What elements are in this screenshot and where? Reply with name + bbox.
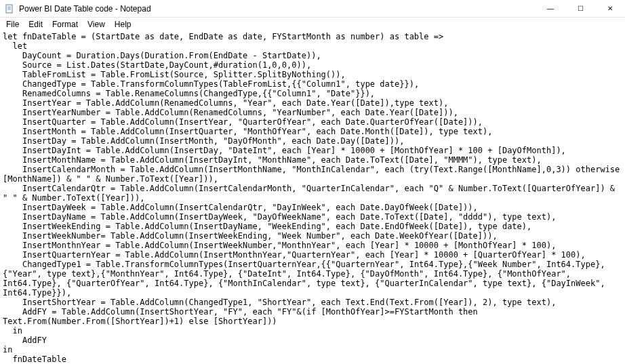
notepad-icon <box>4 3 15 14</box>
maximize-button[interactable]: ☐ <box>565 0 595 17</box>
menu-format[interactable]: Format <box>47 19 83 30</box>
titlebar: Power BI Date Table code - Notepad — ☐ ✕ <box>0 0 625 18</box>
svg-rect-0 <box>6 5 12 13</box>
window-title: Power BI Date Table code - Notepad <box>18 4 536 14</box>
minimize-button[interactable]: — <box>536 0 565 17</box>
text-editor[interactable]: let fnDateTable = (StartDate as date, En… <box>0 31 625 364</box>
menu-file[interactable]: File <box>1 19 24 30</box>
close-button[interactable]: ✕ <box>595 0 625 17</box>
window-controls: — ☐ ✕ <box>536 0 625 17</box>
menubar: File Edit Format View Help <box>0 18 625 31</box>
menu-help[interactable]: Help <box>110 19 136 30</box>
menu-view[interactable]: View <box>83 19 110 30</box>
menu-edit[interactable]: Edit <box>24 19 47 30</box>
